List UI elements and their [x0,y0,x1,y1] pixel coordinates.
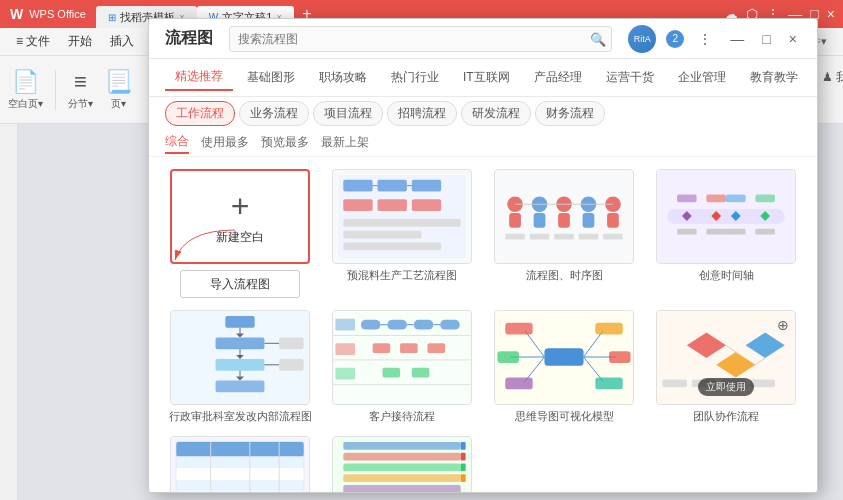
user-avatar[interactable]: RitA [628,25,656,53]
sub-tab-rd[interactable]: 研发流程 [461,101,531,126]
new-blank-item[interactable]: + 新建空白 导入流程图 [165,169,315,298]
tool-blank-page[interactable]: 📄 空白页▾ [8,69,43,111]
template-item-2[interactable]: 流程图、时序图 [489,169,639,298]
svg-rect-84 [505,378,532,390]
svg-rect-88 [609,351,631,363]
template-tab-icon: ⊞ [108,12,116,23]
modal-close-btn[interactable]: × [785,29,801,49]
menu-file[interactable]: ≡ 文件 [8,31,58,52]
nav-tab-pm[interactable]: 产品经理 [524,65,592,90]
filter-latest[interactable]: 最新上架 [321,132,369,153]
modal-nav-tabs: 精选推荐 基础图形 职场攻略 热门行业 IT互联网 产品经理 运营干货 企业管理… [149,59,817,97]
template-grid: + 新建空白 导入流程图 [149,157,817,492]
nav-tab-career[interactable]: 职场攻略 [309,65,377,90]
template-thumb-7[interactable]: ⊕ 立即使用 [656,310,796,405]
svg-rect-25 [530,234,550,240]
nav-tab-hotindustry[interactable]: 热门行业 [381,65,449,90]
wps-logo: W WPS Office [0,6,96,22]
menu-insert[interactable]: 插入 [102,31,142,52]
modal-restore-btn[interactable]: □ [758,29,774,49]
tool-section[interactable]: ≡ 分节▾ [68,69,93,111]
template-item-7[interactable]: ⊕ 立即使用 团队协作流程 [651,310,801,424]
svg-rect-10 [343,231,421,239]
filter-comprehensive[interactable]: 综合 [165,131,189,154]
sub-tab-recruitment[interactable]: 招聘流程 [387,101,457,126]
template-thumb-4[interactable] [170,310,310,405]
svg-rect-120 [461,442,466,450]
svg-rect-2 [378,180,407,192]
wps-icon: W [10,6,23,22]
svg-rect-113 [343,442,460,450]
filter-most-viewed[interactable]: 预览最多 [261,132,309,153]
nav-tab-it[interactable]: IT互联网 [453,65,520,90]
close-btn[interactable]: × [827,6,835,22]
svg-rect-104 [176,457,303,469]
modal-minimize-btn[interactable]: — [726,29,748,49]
tool-page[interactable]: 📃 页▾ [105,69,132,111]
svg-rect-64 [335,368,355,380]
svg-rect-67 [414,320,434,330]
svg-rect-20 [583,213,595,228]
nav-tab-basic[interactable]: 基础图形 [237,65,305,90]
template-label-5: 客户接待流程 [369,409,435,424]
nav-tab-enterprise[interactable]: 企业管理 [668,65,736,90]
svg-rect-22 [607,213,619,228]
template-thumb-5[interactable] [332,310,472,405]
dev-svg [333,437,471,492]
template-thumb-8[interactable] [170,436,310,492]
template-item-6[interactable]: 思维导图可视化模型 [489,310,639,424]
new-blank-inner: + 新建空白 [216,188,264,246]
svg-rect-27 [579,234,599,240]
svg-rect-47 [216,337,265,349]
template-item-9[interactable]: 开发流程图 [327,436,477,492]
magnify-icon-7[interactable]: ⊕ [777,317,789,333]
template-item-5[interactable]: 客户接待流程 [327,310,477,424]
import-flowchart-btn[interactable]: 导入流程图 [180,270,300,298]
template-item-4[interactable]: 行政审批科室发改内部流程图 [165,310,315,424]
svg-rect-18 [558,213,570,228]
new-blank-thumb[interactable]: + 新建空白 [170,169,310,264]
nav-tab-ops[interactable]: 运营干货 [596,65,664,90]
template-item-8[interactable]: 流程图、时序图 [165,436,315,492]
svg-rect-11 [343,242,441,250]
sub-tab-workflow[interactable]: 工作流程 [165,101,235,126]
nav-tab-mine[interactable]: ♟ 我的 [812,65,843,90]
page-icon: 📃 [105,69,132,95]
svg-rect-40 [706,229,726,235]
template-label-1: 预混料生产工艺流程图 [347,268,457,283]
search-input[interactable] [229,26,612,52]
template-item-3[interactable]: 创意时间轴 [651,169,801,298]
template-item-1[interactable]: 预混料生产工艺流程图 [327,169,477,298]
template-thumb-6[interactable] [494,310,634,405]
new-blank-text: 新建空白 [216,229,264,246]
sub-tab-finance[interactable]: 财务流程 [535,101,605,126]
template-thumb-9[interactable] [332,436,472,492]
template-thumb-1[interactable] [332,169,472,264]
page-label: 页▾ [111,97,126,111]
search-icon[interactable]: 🔍 [590,31,606,46]
template-label-3: 创意时间轴 [699,268,754,283]
svg-rect-115 [343,463,460,471]
template-thumb-2[interactable] [494,169,634,264]
svg-rect-76 [412,368,430,378]
template-thumb-3[interactable] [656,169,796,264]
more-menu-icon[interactable]: ⋮ [694,29,716,49]
svg-rect-9 [343,219,460,227]
creative-svg [657,170,795,263]
sub-tab-project[interactable]: 项目流程 [313,101,383,126]
nav-tab-education[interactable]: 教育教学 [740,65,808,90]
sub-tab-business[interactable]: 业务流程 [239,101,309,126]
svg-rect-1 [343,180,372,192]
svg-rect-50 [216,359,265,371]
nav-tab-featured[interactable]: 精选推荐 [165,64,233,91]
use-now-badge[interactable]: 立即使用 [698,378,754,396]
menu-home[interactable]: 开始 [60,31,100,52]
modal-title: 流程图 [165,28,213,49]
flowchart-svg-2 [495,170,633,263]
notification-badge[interactable]: 2 [666,30,684,48]
divider1 [55,70,56,110]
filter-most-used[interactable]: 使用最多 [201,132,249,153]
modal-header: 流程图 🔍 RitA 2 ⋮ — □ × [149,19,817,59]
modal-filter-tabs: 综合 使用最多 预览最多 最新上架 [149,129,817,157]
section-label: 分节▾ [68,97,93,111]
